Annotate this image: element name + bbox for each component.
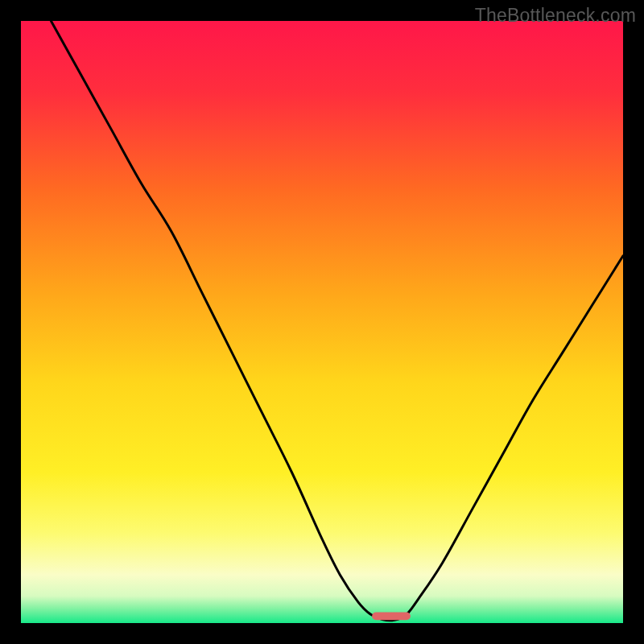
bottleneck-plot [21,21,623,623]
optimal-point-marker [372,613,411,621]
chart-frame [21,21,623,623]
watermark-text: TheBottleneck.com [475,5,636,27]
gradient-background [21,21,623,623]
